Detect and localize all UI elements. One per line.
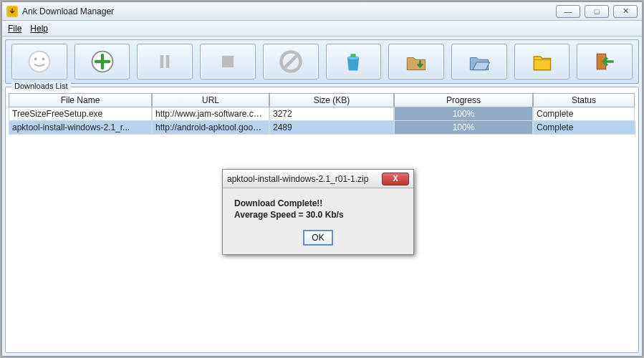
stop-button[interactable] [200,44,256,79]
svg-rect-11 [351,54,356,57]
minimize-button[interactable]: — [556,5,580,18]
cell-url: http://android-apktool.googlec... [152,121,269,135]
dialog-actions: OK [223,230,413,254]
downloads-table: File Name URL Size (KB) Progress Status … [9,93,635,135]
cell-size: 3272 [269,107,394,121]
col-status[interactable]: Status [533,93,635,107]
menu-help[interactable]: Help [30,24,48,34]
table-body: TreeSizeFreeSetup.exe http://www.jam-sof… [9,107,635,135]
table-header: File Name URL Size (KB) Progress Status [9,93,635,107]
trash-button[interactable] [326,44,382,79]
table-row[interactable]: apktool-install-windows-2.1_r... http://… [9,121,635,135]
svg-point-2 [34,58,37,61]
titlebar: Ank Download Manager — □ ✕ [2,2,642,21]
yellow-folder-button[interactable] [514,44,570,79]
window-title: Ank Download Manager [22,6,556,16]
menubar: File Help [2,21,642,37]
window-controls: — □ ✕ [556,5,638,18]
svg-line-9 [285,56,297,67]
exit-button[interactable] [577,44,633,79]
cell-url: http://www.jam-software.com/... [152,107,269,121]
open-folder-button[interactable] [451,44,507,79]
cell-filename: TreeSizeFreeSetup.exe [9,107,152,121]
cell-size: 2489 [269,121,394,135]
col-url[interactable]: URL [152,93,269,107]
svg-point-3 [42,58,44,61]
cell-filename: apktool-install-windows-2.1_r... [9,121,152,135]
svg-rect-6 [166,55,170,68]
dialog-title: apktool-install-windows-2.1_r01-1.zip [227,174,382,184]
svg-rect-5 [160,55,164,68]
dialog-titlebar: apktool-install-windows-2.1_r01-1.zip X [223,170,413,188]
smile-button[interactable] [11,44,67,79]
toolbar [5,39,639,84]
cell-progress: 100% [394,121,533,135]
cell-status: Complete [533,107,635,121]
cancel-button[interactable] [263,44,319,79]
add-download-button[interactable] [75,44,130,79]
maximize-button[interactable]: □ [585,5,609,18]
dialog-close-button[interactable]: X [382,173,409,185]
group-label: Downloads List [11,82,71,90]
svg-point-1 [29,52,49,72]
col-progress[interactable]: Progress [394,93,533,107]
cell-progress: 100% [394,107,533,121]
svg-rect-7 [222,56,234,67]
pause-button[interactable] [137,44,193,79]
col-filename[interactable]: File Name [9,93,152,107]
dialog-message-line1: Download Complete!! [234,198,402,208]
app-icon [6,6,18,17]
table-row[interactable]: TreeSizeFreeSetup.exe http://www.jam-sof… [9,107,635,121]
col-size[interactable]: Size (KB) [269,93,394,107]
cell-status: Complete [533,121,635,135]
download-folder-button[interactable] [388,44,444,79]
dialog-ok-button[interactable]: OK [303,230,332,246]
download-complete-dialog: apktool-install-windows-2.1_r01-1.zip X … [222,169,414,255]
menu-file[interactable]: File [8,24,21,34]
dialog-body: Download Complete!! Average Speed = 30.0… [223,188,413,230]
dialog-message-line2: Average Speed = 30.0 Kb/s [234,210,402,220]
close-window-button[interactable]: ✕ [613,5,638,18]
